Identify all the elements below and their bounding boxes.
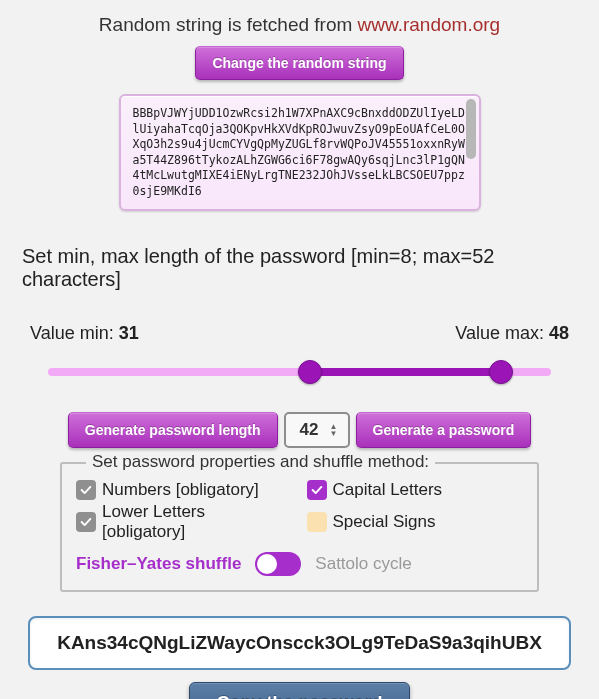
checkbox-numbers: Numbers [obligatory] [76,480,293,500]
checkbox-lower: Lower Letters [obligatory] [76,502,293,542]
fieldset-legend: Set password properties and shuffle meth… [86,452,435,472]
length-value: 42 [300,420,319,440]
length-stepper[interactable]: 42 ▲ ▼ [284,412,350,448]
scrollbar-thumb[interactable] [466,99,476,159]
password-output[interactable]: KAns34cQNgLiZWaycOnscck3OLg9TeDaS9a3qihU… [28,616,571,670]
shuffle-method-toggle: Fisher–Yates shuffle Sattolo cycle [76,552,523,576]
stepper-down-icon[interactable]: ▼ [329,431,339,437]
max-label: Value max: 48 [455,323,569,344]
random-string-display: BBBpVJWYjUDD1OzwRcsi2h1W7XPnAXC9cBnxddOD… [119,94,481,211]
copy-password-button[interactable]: Copy the password [189,682,409,699]
shuffle-left-label: Fisher–Yates shuffle [76,554,241,574]
check-icon-empty [307,512,327,532]
length-section-label: Set min, max length of the password [min… [22,245,577,291]
slider-thumb-min[interactable] [298,360,322,384]
min-label: Value min: 31 [30,323,139,344]
source-header: Random string is fetched from www.random… [20,14,579,36]
slider-labels: Value min: 31 Value max: 48 [20,323,579,344]
random-string-text: BBBpVJWYjUDD1OzwRcsi2h1W7XPnAXC9cBnxddOD… [133,106,467,199]
slider-fill [310,368,501,376]
generate-password-button[interactable]: Generate a password [356,412,532,448]
properties-fieldset: Set password properties and shuffle meth… [60,462,539,592]
checkbox-special[interactable]: Special Signs [307,502,524,542]
shuffle-toggle[interactable] [255,552,301,576]
change-random-string-button[interactable]: Change the random string [195,46,403,80]
check-icon [76,480,96,500]
check-icon [307,480,327,500]
slider-thumb-max[interactable] [489,360,513,384]
generate-length-button[interactable]: Generate password length [68,412,278,448]
source-prefix: Random string is fetched from [99,14,358,35]
checkbox-capital[interactable]: Capital Letters [307,480,524,500]
range-slider[interactable] [48,362,551,382]
check-icon [76,512,96,532]
toggle-knob [257,554,277,574]
source-link[interactable]: www.random.org [358,14,501,35]
shuffle-right-label: Sattolo cycle [315,554,411,574]
